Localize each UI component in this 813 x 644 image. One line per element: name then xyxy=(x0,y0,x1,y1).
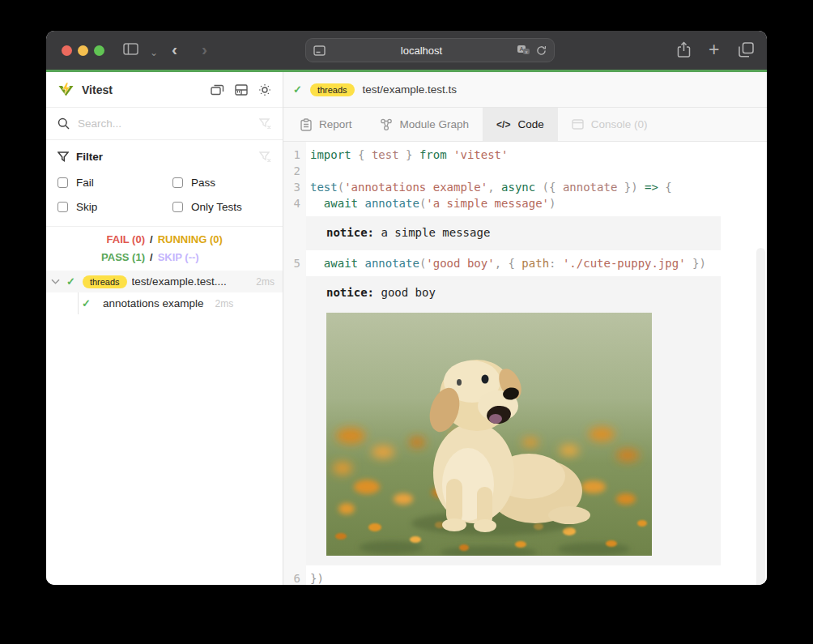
reload-icon[interactable] xyxy=(536,45,547,56)
forward-button[interactable]: › xyxy=(202,40,207,59)
code-line: 1 import { test } from 'vitest' xyxy=(283,147,767,163)
test-name: annotations example xyxy=(103,297,204,309)
indent-guide xyxy=(78,292,79,314)
pass-check-icon: ✓ xyxy=(82,297,91,309)
code-line: 6 }) xyxy=(283,570,767,585)
filter-checkbox-fail[interactable]: Fail xyxy=(57,174,172,190)
skip-count: SKIP (--) xyxy=(158,251,199,263)
node-graph-icon xyxy=(380,118,393,131)
pass-check-icon: ✓ xyxy=(293,83,302,96)
vitest-logo xyxy=(57,82,74,98)
code-line: 2 xyxy=(283,163,767,179)
filter-checkbox-skip[interactable]: Skip xyxy=(57,198,172,215)
checkbox[interactable] xyxy=(57,177,68,188)
url-text[interactable]: localhost xyxy=(326,45,517,57)
code-line: 4 await annotate('a simple message') xyxy=(283,195,767,211)
filter-checkbox-pass[interactable]: Pass xyxy=(172,174,271,190)
search-input[interactable] xyxy=(78,117,251,130)
pool-badge: threads xyxy=(310,83,355,96)
theme-toggle-sun-icon[interactable] xyxy=(258,83,271,96)
pass-check-icon: ✓ xyxy=(66,275,75,288)
search-bar xyxy=(46,108,283,140)
chevron-down-icon[interactable] xyxy=(51,279,60,284)
tab-module-graph[interactable]: Module Graph xyxy=(366,108,483,141)
tab-overview-icon[interactable] xyxy=(739,42,754,58)
open-file-path: test/example.test.ts xyxy=(363,83,457,96)
annotation-notice: notice: good boy xyxy=(306,276,721,565)
search-icon xyxy=(57,117,70,130)
tab-report[interactable]: Report xyxy=(287,108,366,141)
new-tab-button[interactable]: + xyxy=(709,39,719,61)
pass-count: PASS (1) xyxy=(46,251,145,263)
view-tabs: Report Module Graph </> Code xyxy=(283,108,767,142)
annotation-message: a simple message xyxy=(381,226,490,239)
file-duration: 2ms xyxy=(251,276,275,288)
code-icon: </> xyxy=(496,119,510,130)
code-line: 5 await annotate('good boy', { path: './… xyxy=(283,255,767,271)
checkbox[interactable] xyxy=(172,202,183,212)
console-icon xyxy=(572,119,584,130)
pool-badge: threads xyxy=(83,275,127,288)
sidebar-toggle-icon[interactable] xyxy=(123,43,138,55)
window-controls xyxy=(62,45,104,56)
code-editor[interactable]: 1 import { test } from 'vitest' 2 3 test… xyxy=(283,142,767,585)
close-button[interactable] xyxy=(62,45,72,56)
checkbox[interactable] xyxy=(57,202,68,212)
clear-search-filter-icon[interactable] xyxy=(259,118,271,129)
scrollbar-thumb[interactable] xyxy=(756,248,765,585)
annotation-message: good boy xyxy=(381,286,435,299)
test-case-row[interactable]: ✓ annotations example 2ms xyxy=(46,292,283,314)
stacked-windows-icon[interactable] xyxy=(211,83,224,96)
funnel-icon xyxy=(57,151,69,162)
clipboard-icon xyxy=(300,118,312,131)
running-count: RUNNING (0) xyxy=(158,233,223,245)
svg-text:A: A xyxy=(520,46,524,52)
browser-window: ⌄ ‹ › localhost A x xyxy=(46,31,767,585)
sidebar-header: Vitest xyxy=(46,72,283,108)
filter-checkbox-only-tests[interactable]: Only Tests xyxy=(172,198,271,215)
test-duration: 2ms xyxy=(211,298,234,309)
test-status-summary: FAIL (0) / RUNNING (0) PASS (1) / SKIP (… xyxy=(46,227,283,271)
annotation-notice: notice: a simple message xyxy=(306,216,721,250)
code-line: 3 test('annotations example', async ({ a… xyxy=(283,179,767,195)
minimize-button[interactable] xyxy=(78,45,88,56)
share-icon[interactable] xyxy=(677,41,691,58)
dock-panel-icon[interactable] xyxy=(235,84,248,96)
address-bar[interactable]: localhost A x xyxy=(305,38,555,62)
sidebar: Vitest xyxy=(46,72,283,585)
checkbox[interactable] xyxy=(172,177,183,188)
app-title: Vitest xyxy=(82,83,113,96)
tab-code[interactable]: </> Code xyxy=(483,108,558,141)
clear-filter-icon[interactable] xyxy=(259,151,271,162)
main-panel: ✓ threads test/example.test.ts Report xyxy=(283,72,767,585)
translate-icon[interactable]: A x xyxy=(517,45,530,55)
filter-title: Filter xyxy=(76,151,103,163)
page-settings-icon[interactable] xyxy=(313,45,326,56)
back-button[interactable]: ‹ xyxy=(172,40,177,59)
annotation-attachment-puppy-photo xyxy=(326,313,652,556)
filter-section: Filter Fail Pass xyxy=(46,140,283,227)
test-file-row[interactable]: ✓ threads test/example.test.... 2ms xyxy=(46,271,283,292)
tab-console[interactable]: Console (0) xyxy=(558,108,662,141)
fail-count: FAIL (0) xyxy=(46,233,145,245)
svg-text:x: x xyxy=(526,49,528,54)
zoom-button[interactable] xyxy=(94,45,104,56)
chevron-down-icon[interactable]: ⌄ xyxy=(150,47,158,58)
browser-titlebar: ⌄ ‹ › localhost A x xyxy=(46,31,767,70)
file-name: test/example.test.... xyxy=(132,275,227,288)
main-header: ✓ threads test/example.test.ts xyxy=(283,72,767,108)
